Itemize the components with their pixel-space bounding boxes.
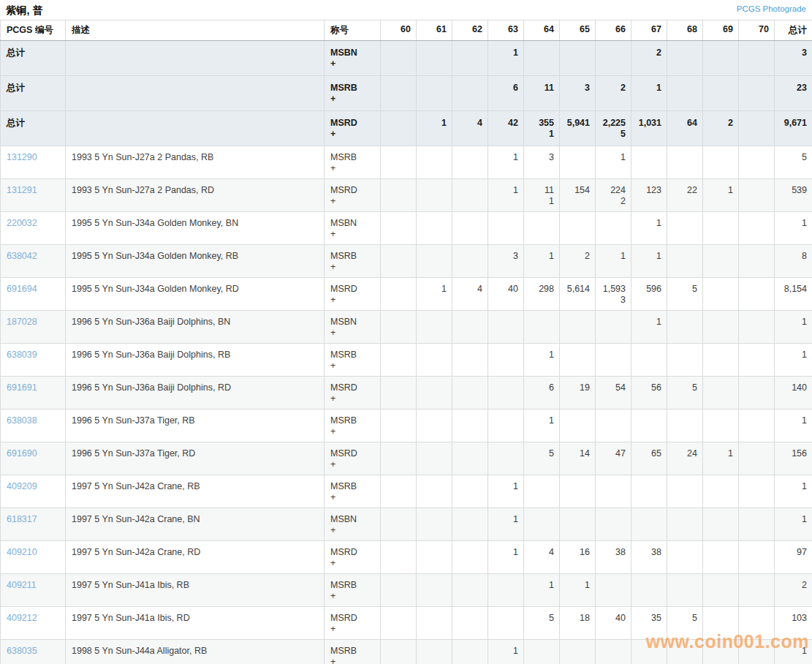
grade-cell-61 (417, 245, 452, 278)
pcgs-number-cell: 691690 (1, 442, 66, 475)
page-title: 紫铜, 普 (6, 4, 43, 18)
description-cell: 1995 5 Yn Sun-J34a Golden Monkey, RD (66, 278, 325, 311)
pcgs-number-link[interactable]: 409209 (7, 481, 37, 491)
description-cell: 1993 5 Yn Sun-J27a 2 Pandas, RD (66, 179, 325, 212)
header-row: PCGS 编号描述称号6061626364656667686970总计 (1, 20, 812, 41)
grade-cell-69 (703, 377, 739, 410)
grade-cell-60 (381, 508, 417, 541)
total-cell: 1 (775, 475, 812, 508)
pcgs-number-link[interactable]: 691694 (7, 284, 37, 294)
pcgs-number-link[interactable]: 691690 (7, 448, 37, 459)
grade-cell-62 (452, 41, 488, 76)
grade-cell-60 (381, 311, 417, 344)
grade-cell-65 (560, 410, 596, 442)
grade-cell-62 (452, 574, 488, 607)
grade-cell-60 (381, 41, 417, 76)
pcgs-number-cell: 220032 (1, 212, 66, 245)
table-row: 6380381996 5 Yn Sun-J37a Tiger, RBMSRB +… (1, 410, 812, 442)
grade-cell-69 (703, 41, 739, 76)
total-cell: 5 (775, 146, 812, 179)
grade-cell-70 (739, 442, 775, 475)
grade-cell-68 (667, 212, 703, 245)
col-header-60: 60 (381, 20, 417, 41)
pcgs-number-link[interactable]: 638038 (7, 415, 37, 426)
grade-cell-61 (417, 377, 452, 410)
pcgs-number-cell: 总计 (1, 111, 66, 146)
grade-cell-67: 35 (631, 607, 667, 640)
grade-cell-64: 5 (524, 442, 560, 475)
grade-cell-68 (667, 574, 703, 607)
grade-cell-66 (596, 212, 631, 245)
pcgs-number-link[interactable]: 618317 (7, 514, 37, 524)
grade-cell-68 (667, 41, 703, 76)
grade-cell-66: 1,593 3 (596, 278, 631, 311)
pcgs-number-link[interactable]: 409211 (7, 580, 37, 590)
summary-row-label: 总计 (7, 83, 25, 93)
grade-cell-66 (596, 311, 631, 344)
pcgs-number-cell: 618317 (1, 508, 66, 541)
grade-cell-61 (417, 146, 452, 179)
description-cell: 1997 5 Yn Sun-J41a Ibis, RB (66, 574, 325, 607)
grade-cell-64: 1 (524, 410, 560, 442)
grade-cell-60 (381, 541, 417, 574)
grade-cell-61 (417, 442, 452, 475)
grade-cell-62 (452, 377, 488, 410)
col-header-designation: 称号 (325, 20, 381, 41)
grade-cell-63 (488, 607, 524, 640)
pcgs-number-link[interactable]: 409212 (7, 613, 37, 623)
description-cell: 1996 5 Yn Sun-J37a Tiger, RB (66, 410, 325, 442)
summary-row: 总计MSRD +1442355 15,9412,225 51,0316429,6… (1, 111, 812, 146)
grade-cell-64 (524, 508, 560, 541)
grade-cell-70 (739, 574, 775, 607)
grade-cell-62 (452, 179, 488, 212)
grade-cell-64 (524, 212, 560, 245)
grade-cell-64 (524, 311, 560, 344)
grade-cell-69: 1 (703, 179, 739, 212)
table-row: 1312901993 5 Yn Sun-J27a 2 Pandas, RBMSR… (1, 146, 812, 179)
grade-cell-63: 40 (488, 278, 524, 311)
grade-cell-65: 18 (560, 607, 596, 640)
grade-cell-65 (560, 41, 596, 76)
grade-cell-64 (524, 41, 560, 76)
table-row: 4092121997 5 Yn Sun-J41a Ibis, RDMSRD +5… (1, 607, 812, 640)
pcgs-number-link[interactable]: 131291 (7, 185, 37, 195)
pcgs-number-link[interactable]: 409210 (7, 547, 37, 557)
grade-cell-70 (739, 245, 775, 278)
description-cell: 1996 5 Yn Sun-J36a Baiji Dolphins, RB (66, 344, 325, 377)
grade-cell-67 (631, 508, 667, 541)
table-row: 4092111997 5 Yn Sun-J41a Ibis, RBMSRB +1… (1, 574, 812, 607)
photograde-link[interactable]: PCGS Photograde (737, 4, 806, 13)
grade-cell-69 (703, 607, 739, 640)
grade-cell-65: 14 (560, 442, 596, 475)
designation-cell: MSBN + (325, 41, 381, 76)
grade-cell-69 (703, 311, 739, 344)
grade-cell-63 (488, 442, 524, 475)
pcgs-number-link[interactable]: 638035 (7, 646, 37, 656)
pcgs-number-cell: 691694 (1, 278, 66, 311)
pcgs-number-link[interactable]: 638042 (7, 251, 37, 261)
pcgs-number-link[interactable]: 131290 (7, 152, 37, 162)
grade-cell-64: 1 (524, 574, 560, 607)
table-row: 6380421995 5 Yn Sun-J34a Golden Monkey, … (1, 245, 812, 278)
grade-cell-64: 355 1 (524, 111, 560, 146)
grade-cell-70 (739, 146, 775, 179)
grade-cell-70 (739, 311, 775, 344)
grade-cell-62: 4 (452, 111, 488, 146)
grade-cell-63: 42 (488, 111, 524, 146)
grade-cell-64: 4 (524, 541, 560, 574)
total-cell: 1 (775, 508, 812, 541)
grade-cell-62 (452, 76, 488, 111)
pcgs-number-link[interactable]: 187028 (7, 317, 37, 327)
pcgs-number-link[interactable]: 691691 (7, 382, 37, 393)
total-cell: 23 (775, 76, 812, 111)
grade-cell-65 (560, 212, 596, 245)
pcgs-number-link[interactable]: 638039 (7, 350, 37, 360)
grade-cell-61 (417, 475, 452, 508)
grade-cell-65 (560, 311, 596, 344)
designation-cell: MSRD + (325, 111, 381, 146)
grade-cell-61 (417, 607, 452, 640)
grade-cell-65 (560, 344, 596, 377)
grade-cell-67: 65 (631, 442, 667, 475)
pcgs-number-link[interactable]: 220032 (7, 218, 37, 228)
grade-cell-64: 1 (524, 344, 560, 377)
